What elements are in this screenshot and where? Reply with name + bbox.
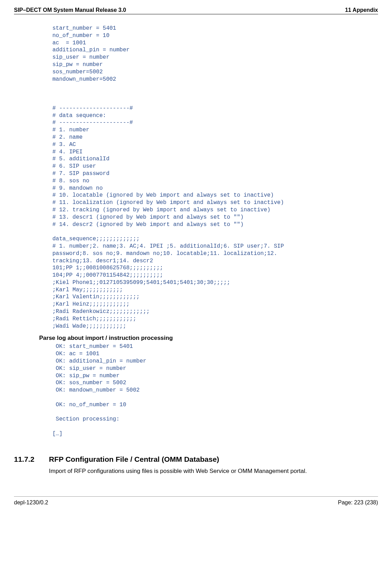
header-left: SIP–DECT OM System Manual Release 3.0 — [14, 7, 126, 13]
subsection-heading: 11.7.2 RFP Configuration File / Central … — [14, 455, 378, 464]
subsection-body: Import of RFP configurations using files… — [49, 467, 378, 475]
subsection-number: 11.7.2 — [14, 455, 49, 464]
code-block-2: OK: start_number = 5401 OK: ac = 1001 OK… — [52, 343, 378, 437]
code-block-1: start_number = 5401 no_of_number = 10 ac… — [52, 25, 378, 330]
footer-right: Page: 223 (238) — [338, 499, 378, 506]
header-right: 11 Appendix — [345, 7, 378, 13]
subsection-title: RFP Configuration File / Central (OMM Da… — [49, 455, 219, 464]
parse-log-title: Parse log about import / instruction pro… — [39, 335, 378, 342]
page-header: SIP–DECT OM System Manual Release 3.0 11… — [14, 7, 378, 14]
page-footer: depl-1230/0.2 Page: 223 (238) — [14, 496, 378, 506]
footer-left: depl-1230/0.2 — [14, 499, 48, 506]
